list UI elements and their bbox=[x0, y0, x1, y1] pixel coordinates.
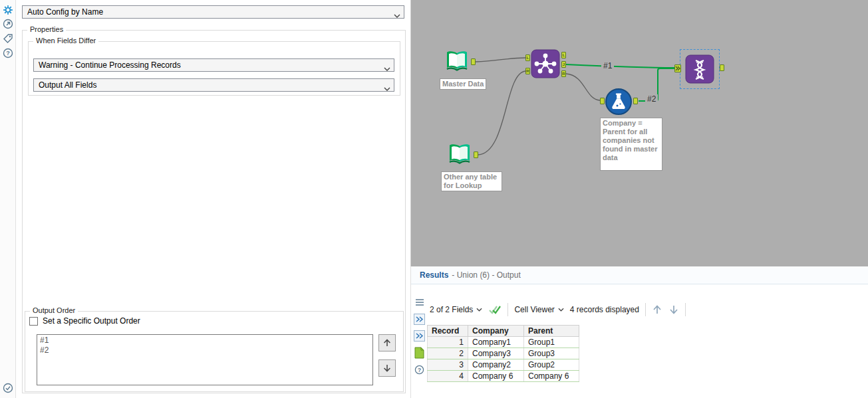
help-circle-icon[interactable]: ? bbox=[2, 47, 14, 59]
results-table[interactable]: Record Company Parent 1 Company1 Group1 … bbox=[427, 325, 579, 382]
tool-annotation[interactable]: Master Data bbox=[440, 78, 486, 90]
column-header-record[interactable]: Record bbox=[428, 326, 468, 337]
cell-record[interactable]: 4 bbox=[428, 371, 468, 382]
input-data-tool-master[interactable] bbox=[444, 49, 470, 75]
next-record-button[interactable] bbox=[668, 304, 679, 316]
results-subtitle: - Union (6) - Output bbox=[452, 270, 520, 280]
up-arrow-icon bbox=[652, 304, 662, 316]
output-fields-dropdown[interactable]: Output All Fields bbox=[33, 78, 394, 92]
move-down-button[interactable] bbox=[378, 359, 396, 377]
differ-behavior-dropdown-value: Warning - Continue Processing Records bbox=[39, 60, 181, 70]
left-toolbar: ? bbox=[0, 0, 16, 398]
output-order-label: Output Order bbox=[30, 306, 78, 314]
help-circle-icon[interactable]: ? bbox=[414, 365, 424, 377]
open-circle-icon[interactable] bbox=[2, 18, 14, 30]
join-tool[interactable] bbox=[531, 49, 560, 78]
book-icon bbox=[444, 49, 470, 75]
cell-viewer-dropdown[interactable]: Cell Viewer bbox=[514, 305, 563, 314]
expand-chevrons-icon[interactable] bbox=[414, 314, 425, 328]
union-helix-icon bbox=[685, 54, 714, 84]
alteryx-designer-window: ? Auto Config by Name Properties When Fi… bbox=[0, 0, 868, 398]
check-circle-icon[interactable] bbox=[2, 382, 14, 394]
fields-selector-value: 2 of 2 Fields bbox=[430, 305, 473, 314]
toolbar-separator bbox=[685, 303, 686, 316]
column-header-parent[interactable]: Parent bbox=[524, 326, 579, 337]
input-anchor[interactable]: L bbox=[525, 54, 530, 61]
auto-config-dropdown[interactable]: Auto Config by Name bbox=[22, 5, 404, 19]
table-row[interactable]: 1 Company1 Group1 bbox=[428, 337, 579, 348]
output-order-item[interactable]: #1 bbox=[37, 336, 372, 346]
move-up-button[interactable] bbox=[378, 334, 396, 351]
expand-chevrons-icon[interactable] bbox=[414, 330, 425, 344]
cell-record[interactable]: 1 bbox=[428, 337, 468, 348]
wire-join-to-formula bbox=[566, 74, 600, 100]
output-anchor[interactable] bbox=[633, 98, 638, 104]
cell-parent[interactable]: Group2 bbox=[524, 359, 579, 371]
table-row[interactable]: 3 Company2 Group2 bbox=[428, 359, 579, 371]
results-header: Results - Union (6) - Output bbox=[411, 266, 868, 284]
differ-behavior-dropdown[interactable]: Warning - Continue Processing Records bbox=[33, 58, 394, 72]
flask-icon bbox=[605, 88, 633, 116]
menu-icon[interactable] bbox=[415, 297, 424, 309]
apply-selection-button[interactable] bbox=[488, 305, 502, 314]
output-anchor[interactable]: L bbox=[561, 52, 566, 58]
input-anchor[interactable]: R bbox=[525, 68, 530, 74]
chevron-down-icon bbox=[384, 84, 390, 93]
tag-icon[interactable] bbox=[2, 33, 14, 45]
fields-selector-dropdown[interactable]: 2 of 2 Fields bbox=[430, 305, 482, 314]
auto-config-dropdown-value: Auto Config by Name bbox=[27, 7, 103, 17]
toolbar-separator bbox=[507, 303, 508, 316]
wire-join-to-union-1 bbox=[566, 64, 675, 68]
cell-parent[interactable]: Company 6 bbox=[524, 371, 579, 382]
tool-annotation[interactable]: Company = Parent for all companies not f… bbox=[600, 118, 662, 171]
output-anchor[interactable] bbox=[471, 58, 476, 65]
dropdown-caret-icon bbox=[476, 308, 482, 312]
specific-output-order-checkbox-label[interactable]: Set a Specific Output Order bbox=[43, 316, 140, 326]
join-network-icon bbox=[531, 49, 560, 78]
svg-text:?: ? bbox=[6, 50, 10, 56]
output-anchor[interactable]: R bbox=[561, 70, 566, 77]
output-anchor-icon[interactable] bbox=[414, 347, 424, 361]
output-fields-dropdown-value: Output All Fields bbox=[39, 80, 96, 90]
input-anchor[interactable] bbox=[600, 98, 605, 104]
results-panel: Results - Union (6) - Output ? 2 of 2 Fi… bbox=[410, 266, 868, 398]
cell-parent[interactable]: Group1 bbox=[524, 337, 579, 348]
wire-master-to-join bbox=[476, 58, 525, 62]
multi-input-anchor[interactable] bbox=[674, 64, 681, 72]
output-order-listbox[interactable]: #1 #2 bbox=[37, 334, 373, 385]
cell-company[interactable]: Company 6 bbox=[468, 371, 524, 382]
column-header-company[interactable]: Company bbox=[468, 326, 524, 337]
dropdown-caret-icon bbox=[558, 308, 564, 312]
down-arrow-icon bbox=[382, 363, 392, 373]
double-check-icon bbox=[488, 305, 502, 314]
records-displayed-label: 4 records displayed bbox=[570, 305, 639, 314]
results-title: Results bbox=[420, 270, 448, 280]
specific-output-order-checkbox[interactable] bbox=[29, 317, 38, 326]
toolbar-separator bbox=[645, 303, 646, 316]
workflow-canvas[interactable]: Master Data Other any table for Lookup bbox=[410, 0, 868, 266]
table-row[interactable]: 2 Company3 Group3 bbox=[428, 348, 579, 359]
configuration-panel: Auto Config by Name Properties When Fiel… bbox=[16, 0, 410, 398]
cell-record[interactable]: 2 bbox=[428, 348, 468, 359]
tool-annotation[interactable]: Other any table for Lookup bbox=[441, 171, 502, 191]
input-data-tool-lookup[interactable] bbox=[446, 142, 473, 168]
up-arrow-icon bbox=[382, 338, 392, 348]
cell-record[interactable]: 3 bbox=[428, 359, 468, 371]
formula-tool[interactable] bbox=[605, 88, 633, 116]
properties-group-label: Properties bbox=[27, 25, 66, 33]
previous-record-button[interactable] bbox=[652, 304, 662, 316]
output-anchor[interactable] bbox=[474, 151, 478, 158]
double-chevron-icon bbox=[675, 66, 680, 71]
connection-label-2: #2 bbox=[645, 94, 658, 104]
output-order-item[interactable]: #2 bbox=[37, 346, 372, 355]
cell-company[interactable]: Company3 bbox=[468, 348, 524, 359]
cell-company[interactable]: Company2 bbox=[468, 359, 524, 371]
output-anchor[interactable] bbox=[720, 64, 724, 71]
union-tool[interactable] bbox=[685, 54, 714, 84]
cell-company[interactable]: Company1 bbox=[468, 337, 524, 348]
gear-icon[interactable] bbox=[2, 4, 14, 16]
book-icon bbox=[446, 142, 473, 168]
cell-parent[interactable]: Group3 bbox=[524, 348, 579, 359]
table-row[interactable]: 4 Company 6 Company 6 bbox=[428, 371, 579, 382]
output-anchor[interactable]: J bbox=[561, 61, 566, 68]
